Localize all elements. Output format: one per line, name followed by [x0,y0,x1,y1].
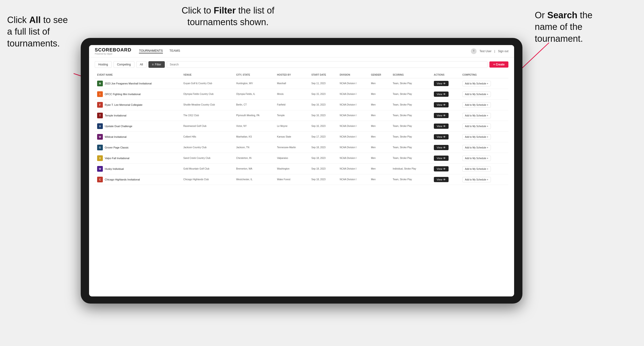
venue-cell: Guyan Golf & Country Club [181,78,234,89]
division-cell: NCAA Division I [337,100,368,110]
table-row: C Chicago Highlands Invitational Chicago… [95,174,508,185]
gender-cell: Men [368,89,390,100]
start-date-cell: Sep 16, 2023 [309,110,337,121]
team-logo: T [97,113,103,118]
device-screen: SCOREBOARD Powered by clippd TOURNAMENTS… [89,45,514,296]
gender-cell: Men [368,121,390,132]
add-schedule-button[interactable]: Add to My Schedule + [462,124,491,129]
venue-cell: Olympia Fields Country Club [181,89,234,100]
division-cell: NCAA Division I [337,89,368,100]
add-schedule-button[interactable]: Add to My Schedule + [462,92,491,97]
table-row: T Temple Invitational The 1912 Club Plym… [95,110,508,121]
event-cell: F Ryan T. Lee Memorial Collegiate [97,102,178,108]
venue-cell: Sand Creek Country Club [181,153,234,164]
tab-competing[interactable]: Competing [114,61,134,68]
view-button[interactable]: View 👁 [434,102,449,107]
view-button[interactable]: View 👁 [434,124,449,129]
nav-separator: | [494,50,495,53]
view-button[interactable]: View 👁 [434,81,449,86]
view-button[interactable]: View 👁 [434,134,449,140]
add-schedule-button[interactable]: Add to My Schedule + [462,134,491,140]
view-button[interactable]: View 👁 [434,113,449,118]
view-button[interactable]: View 👁 [434,156,449,161]
actions-cell: View 👁 [432,132,460,142]
col-scoring: SCORING [390,72,432,78]
add-schedule-button[interactable]: Add to My Schedule + [462,156,491,161]
division-cell: NCAA Division I [337,78,368,89]
col-actions: ACTIONS [432,72,460,78]
gender-cell: Men [368,153,390,164]
col-start-date: START DATE [309,72,337,78]
gender-cell: Men [368,110,390,121]
tab-all[interactable]: All [136,61,146,68]
start-date-cell: Sep 16, 2023 [309,121,337,132]
add-schedule-button[interactable]: Add to My Schedule + [462,102,491,108]
add-schedule-button[interactable]: Add to My Schedule + [462,113,491,118]
tab-hosting[interactable]: Hosting [95,61,112,68]
nav-teams[interactable]: TEAMS [170,49,180,53]
actions-cell: View 👁 [432,164,460,174]
event-name: Temple Invitational [105,114,126,117]
actions-cell: View 👁 [432,110,460,121]
venue-cell: Chicago Highlands Club [181,174,234,185]
scoring-cell: Team, Stroke Play [390,153,432,164]
division-cell: NCAA Division I [337,174,368,185]
event-name: Chicago Highlands Invitational [105,178,140,181]
add-schedule-button[interactable]: Add to My Schedule + [462,81,491,86]
team-logo: W [97,134,103,140]
event-cell: W Wildcat Invitational [97,134,178,140]
eye-icon: 👁 [443,114,446,117]
col-gender: GENDER [368,72,390,78]
start-date-cell: Sep 15, 2023 [309,89,337,100]
actions-cell: View 👁 [432,89,460,100]
nav-tournaments[interactable]: TOURNAMENTS [139,49,163,53]
event-name: Upstate Dual Challenge [105,125,132,128]
view-button[interactable]: View 👁 [434,92,449,97]
create-button[interactable]: + Create [490,61,508,68]
main-content: Hosting Competing All ≡ Filter + Create … [89,57,514,296]
view-label: View [437,103,442,106]
add-schedule-button[interactable]: Add to My Schedule + [462,145,491,150]
scoring-cell: Team, Stroke Play [390,142,432,153]
event-name: Valpo Fall Invitational [105,157,130,160]
view-label: View [437,93,442,96]
competing-cell: Add to My Schedule + [460,78,508,89]
event-name: Ryan T. Lee Memorial Collegiate [105,103,142,106]
gender-cell: Men [368,164,390,174]
view-button[interactable]: View 👁 [434,166,449,172]
event-cell: M 2023 Joe Feaganes Marshall Invitationa… [97,81,178,86]
add-schedule-button[interactable]: Add to My Schedule + [462,177,491,182]
view-button[interactable]: View 👁 [434,177,449,182]
team-logo: G [97,145,103,150]
hosted-by-cell: Valparaiso [275,153,309,164]
table-row: I OFCC Fighting Illini Invitational Olym… [95,89,508,100]
team-logo: V [97,155,103,161]
scoring-cell: Team, Stroke Play [390,78,432,89]
division-cell: NCAA Division I [337,153,368,164]
competing-cell: Add to My Schedule + [460,174,508,185]
col-venue: VENUE [181,72,234,78]
competing-cell: Add to My Schedule + [460,142,508,153]
team-logo: I [97,91,103,97]
add-schedule-button[interactable]: Add to My Schedule + [462,166,491,172]
team-logo: M [97,81,103,86]
search-input[interactable] [167,61,488,68]
eye-icon: 👁 [443,157,446,160]
view-button[interactable]: View 👁 [434,145,449,150]
event-name: Wildcat Invitational [105,135,126,138]
hosted-by-cell: Tennessee-Martin [275,142,309,153]
eye-icon: 👁 [443,82,446,85]
tournaments-table: EVENT NAME VENUE CITY, STATE HOSTED BY S… [95,72,508,185]
col-competing: COMPETING [460,72,508,78]
division-cell: NCAA Division I [337,164,368,174]
filter-button[interactable]: ≡ Filter [148,61,165,68]
signout-link[interactable]: Sign out [498,50,508,53]
venue-cell: Colbert Hills [181,132,234,142]
filter-icon: ≡ [152,63,154,66]
scoring-cell: Team, Stroke Play [390,132,432,142]
scoring-cell: Team, Stroke Play [390,174,432,185]
division-cell: NCAA Division I [337,121,368,132]
city-state-cell: Westchester, IL [234,174,275,185]
logo-area: SCOREBOARD Powered by clippd [95,47,131,55]
view-label: View [437,82,442,85]
